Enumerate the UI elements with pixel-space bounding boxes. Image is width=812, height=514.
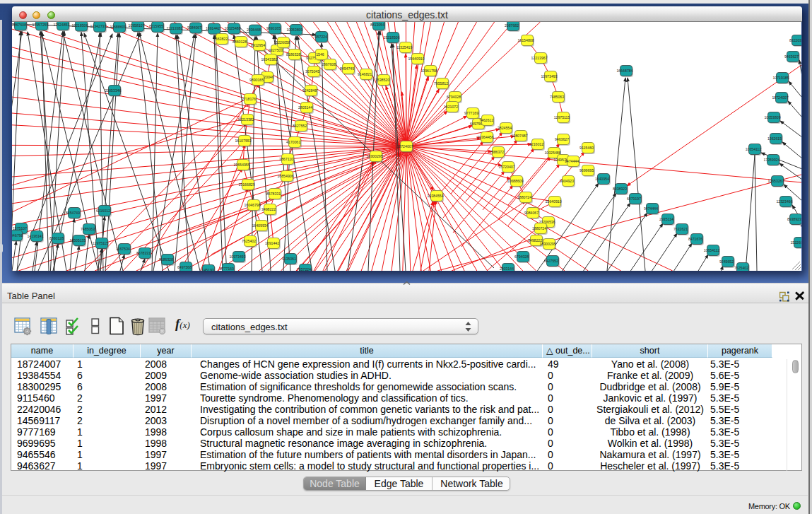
svg-text:9135061: 9135061 <box>282 257 296 261</box>
svg-text:9242848: 9242848 <box>302 88 317 93</box>
svg-text:10807487: 10807487 <box>511 134 527 138</box>
svg-text:3498222: 3498222 <box>261 207 276 211</box>
svg-text:16046798: 16046798 <box>12 233 23 238</box>
svg-text:1880724: 1880724 <box>532 226 546 230</box>
svg-text:2718176: 2718176 <box>242 97 256 101</box>
svg-text:12975115: 12975115 <box>554 115 570 119</box>
svg-text:6879197: 6879197 <box>627 197 641 201</box>
svg-text:2867110: 2867110 <box>279 157 293 161</box>
svg-text:10973493: 10973493 <box>541 74 557 78</box>
svg-text:16154808: 16154808 <box>517 38 534 42</box>
svg-text:13524851: 13524851 <box>53 23 69 27</box>
svg-text:2087682: 2087682 <box>505 23 519 28</box>
svg-text:7632621: 7632621 <box>673 227 688 231</box>
svg-text:16107553: 16107553 <box>235 139 251 143</box>
svg-text:20053346: 20053346 <box>105 88 121 93</box>
svg-text:1621072: 1621072 <box>444 105 458 109</box>
svg-text:19166829: 19166829 <box>238 182 254 187</box>
svg-text:8427552: 8427552 <box>544 259 558 263</box>
svg-text:19218506: 19218506 <box>383 35 399 40</box>
svg-text:1691442: 1691442 <box>206 26 220 30</box>
svg-text:8860128: 8860128 <box>233 40 247 44</box>
svg-text:18724007: 18724007 <box>772 95 788 100</box>
svg-text:9474444: 9474444 <box>644 206 658 211</box>
svg-text:1640954: 1640954 <box>595 177 609 181</box>
svg-text:9084067: 9084067 <box>187 25 201 30</box>
svg-text:10654112: 10654112 <box>704 248 720 252</box>
svg-text:9904923: 9904923 <box>560 179 574 183</box>
svg-text:9890165: 9890165 <box>249 78 264 82</box>
svg-text:9115460: 9115460 <box>579 146 594 150</box>
svg-text:1575107: 1575107 <box>13 226 27 230</box>
svg-text:8578331: 8578331 <box>136 251 151 255</box>
svg-text:12323466: 12323466 <box>776 199 792 204</box>
svg-text:8215955: 8215955 <box>149 24 163 28</box>
svg-text:9463627: 9463627 <box>784 54 799 59</box>
svg-text:6216012: 6216012 <box>529 142 543 146</box>
svg-text:16409934: 16409934 <box>252 223 268 228</box>
svg-text:12213382: 12213382 <box>166 26 182 30</box>
svg-text:2803144: 2803144 <box>500 267 514 271</box>
svg-text:8454749: 8454749 <box>340 66 354 71</box>
svg-text:10958107: 10958107 <box>128 23 144 28</box>
svg-text:10654112: 10654112 <box>746 147 762 151</box>
svg-text:7357224: 7357224 <box>297 267 311 271</box>
svg-text:7625402: 7625402 <box>242 239 256 243</box>
svg-text:16854906: 16854906 <box>277 174 293 178</box>
svg-text:16543382: 16543382 <box>261 57 277 62</box>
svg-text:8813054: 8813054 <box>370 23 384 27</box>
svg-text:10719185: 10719185 <box>772 76 789 80</box>
svg-text:18300295: 18300295 <box>366 154 382 158</box>
svg-text:8186328: 8186328 <box>159 257 173 262</box>
svg-text:1546: 1546 <box>316 52 324 57</box>
svg-text:7886372: 7886372 <box>490 150 504 154</box>
svg-text:2935114: 2935114 <box>659 217 673 221</box>
svg-text:18724007: 18724007 <box>396 144 413 148</box>
svg-text:12213967: 12213967 <box>531 56 547 60</box>
svg-text:11325419: 11325419 <box>396 45 413 49</box>
svg-text:3824554: 3824554 <box>498 126 512 130</box>
svg-text:8427552: 8427552 <box>293 124 307 128</box>
svg-text:16046798: 16046798 <box>244 203 260 207</box>
svg-text:20364456: 20364456 <box>477 135 493 139</box>
svg-text:8938923: 8938923 <box>613 187 627 191</box>
svg-text:7625402: 7625402 <box>734 266 748 270</box>
svg-text:17957255: 17957255 <box>32 23 48 27</box>
svg-text:1167534: 1167534 <box>116 247 130 251</box>
svg-text:8471676: 8471676 <box>688 237 702 241</box>
svg-text:8322037: 8322037 <box>789 38 801 42</box>
svg-text:8186328: 8186328 <box>286 52 300 57</box>
svg-text:9084067: 9084067 <box>524 211 539 215</box>
svg-text:9699695: 9699695 <box>579 168 594 173</box>
svg-text:6794028: 6794028 <box>447 95 461 99</box>
svg-text:15226058: 15226058 <box>273 40 290 45</box>
svg-text:2867608: 2867608 <box>322 62 336 66</box>
svg-text:6794028: 6794028 <box>514 255 529 259</box>
svg-text:12213382: 12213382 <box>237 117 254 122</box>
svg-text:15720407: 15720407 <box>498 165 514 169</box>
svg-text:10025488: 10025488 <box>544 151 560 155</box>
svg-text:3675045: 3675045 <box>305 69 319 74</box>
svg-text:12505135: 12505135 <box>69 238 86 243</box>
svg-text:9245652: 9245652 <box>719 259 734 264</box>
svg-text:17359924: 17359924 <box>763 158 779 162</box>
svg-text:1880724: 1880724 <box>517 195 531 199</box>
svg-text:8912954: 8912954 <box>251 43 265 47</box>
svg-text:2803144: 2803144 <box>298 105 312 110</box>
svg-text:9777169: 9777169 <box>220 267 234 271</box>
svg-text:10961758: 10961758 <box>420 69 437 73</box>
svg-text:7955812: 7955812 <box>434 81 448 86</box>
svg-text:16648784: 16648784 <box>616 69 632 73</box>
svg-text:12975115: 12975115 <box>93 241 109 245</box>
svg-text:7357224: 7357224 <box>313 35 327 39</box>
svg-text:9463627: 9463627 <box>555 137 569 141</box>
svg-text:12342737: 12342737 <box>90 24 106 28</box>
svg-text:1538520: 1538520 <box>375 78 389 82</box>
svg-text:19218506: 19218506 <box>71 23 88 28</box>
svg-text:14136141: 14136141 <box>27 234 43 238</box>
svg-text:4170061: 4170061 <box>286 140 300 144</box>
svg-text:7462612: 7462612 <box>479 118 493 122</box>
svg-text:1145193: 1145193 <box>200 268 214 271</box>
svg-text:8578331: 8578331 <box>266 192 281 196</box>
svg-text:1691442: 1691442 <box>265 241 279 245</box>
